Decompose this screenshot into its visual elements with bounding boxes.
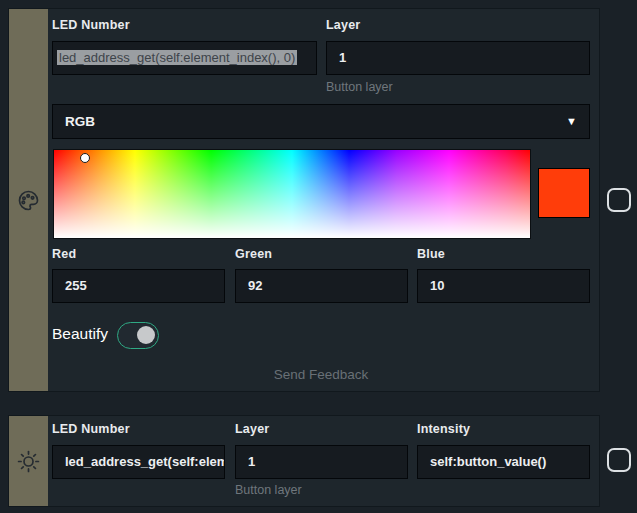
send-feedback-link[interactable]: Send Feedback: [52, 367, 590, 382]
intensity-input[interactable]: self:button_value(): [417, 445, 590, 479]
layer-label: Layer: [235, 422, 269, 436]
beautify-toggle[interactable]: [117, 322, 159, 349]
led-intensity-panel: LED Number led_address_get(self:element_…: [8, 415, 600, 507]
layer-label: Layer: [326, 18, 360, 32]
led-number-input[interactable]: led_address_get(self:element_index(), 0): [52, 41, 317, 75]
blue-label: Blue: [417, 247, 445, 261]
layer-input[interactable]: 1: [235, 445, 408, 479]
green-input[interactable]: 92: [235, 269, 408, 303]
green-label: Green: [235, 247, 272, 261]
intensity-panel-handle[interactable]: [9, 416, 48, 506]
selected-color-swatch: [538, 168, 590, 218]
color-mode-value: RGB: [65, 114, 95, 129]
blue-input[interactable]: 10: [417, 269, 590, 303]
layer-helper-text: Button layer: [235, 483, 302, 497]
chevron-down-icon: ▼: [566, 105, 577, 138]
layer-input[interactable]: 1: [326, 41, 590, 75]
beautify-toggle-knob: [137, 326, 155, 344]
brightness-icon: [15, 448, 42, 475]
led-number-label: LED Number: [52, 422, 130, 436]
layer-helper-text: Button layer: [326, 80, 393, 94]
led-color-panel: LED Number led_address_get(self:element_…: [8, 8, 600, 392]
color-mode-select[interactable]: ▼ RGB: [52, 104, 590, 139]
color-picker-gradient[interactable]: [53, 149, 531, 239]
color-picker-cursor[interactable]: [80, 153, 90, 163]
color-panel-handle[interactable]: [9, 9, 48, 391]
intensity-label: Intensity: [417, 422, 470, 436]
beautify-label: Beautify: [52, 325, 108, 343]
red-label: Red: [52, 247, 76, 261]
led-number-selected-text: led_address_get(self:element_index(), 0): [57, 50, 297, 65]
intensity-panel-checkbox[interactable]: [607, 448, 631, 472]
led-number-label: LED Number: [52, 18, 130, 32]
led-number-input[interactable]: led_address_get(self:element_index(), 0): [52, 445, 225, 479]
palette-icon: [15, 187, 42, 214]
red-input[interactable]: 255: [52, 269, 225, 303]
color-panel-checkbox[interactable]: [607, 188, 631, 212]
